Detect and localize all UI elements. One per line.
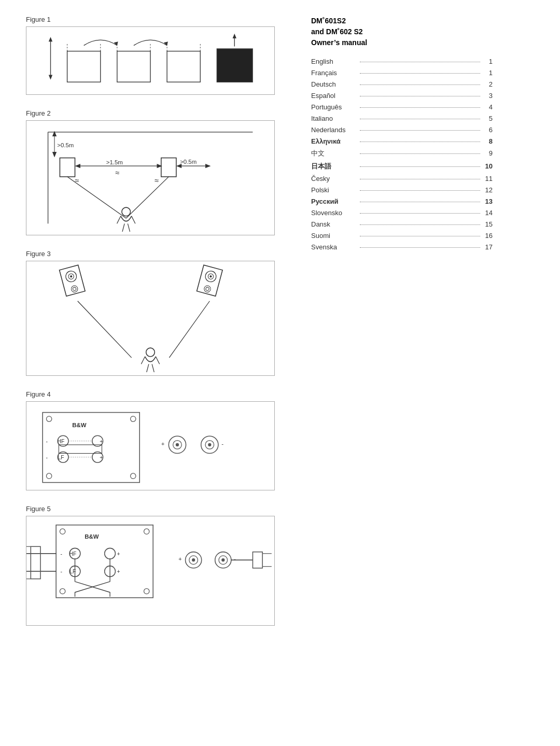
svg-point-46 xyxy=(70,275,73,278)
toc-lang: Français xyxy=(311,69,358,77)
toc-dots xyxy=(360,247,480,248)
toc-dots xyxy=(360,153,480,154)
figure2-svg: >0.5m >1.5m ≈ >0.5m xyxy=(26,121,274,235)
svg-line-55 xyxy=(78,301,132,358)
toc-lang: Suomi xyxy=(311,232,358,240)
svg-point-52 xyxy=(209,275,212,278)
svg-point-66 xyxy=(131,473,136,478)
toc-dots xyxy=(360,179,480,179)
toc-page: 8 xyxy=(482,137,493,145)
toc-title-line1: DM˚601S2 xyxy=(311,17,346,25)
figure1-content xyxy=(26,27,274,94)
toc-lang: Polski xyxy=(311,186,358,194)
toc-dots xyxy=(360,224,480,225)
figure3-box xyxy=(26,261,275,376)
toc-dots xyxy=(360,166,480,167)
toc-dots xyxy=(360,130,480,131)
figure3-label: Figure 3 xyxy=(26,250,275,258)
toc-dots xyxy=(360,142,480,142)
svg-point-87 xyxy=(208,443,211,446)
toc-item: Česky11 xyxy=(311,175,493,182)
svg-rect-89 xyxy=(56,525,153,598)
toc-lang: Русский xyxy=(311,198,358,205)
figure4-box: B&W - HF + - LF + xyxy=(26,401,275,490)
toc-item: Deutsch2 xyxy=(311,80,493,88)
svg-text:+: + xyxy=(178,556,182,562)
svg-point-54 xyxy=(205,287,209,291)
svg-point-116 xyxy=(221,558,225,561)
svg-text:>1.5m: >1.5m xyxy=(106,159,123,165)
toc-page: 4 xyxy=(482,103,493,111)
toc-dots xyxy=(360,202,480,202)
figure2-content: >0.5m >1.5m ≈ >0.5m xyxy=(26,121,274,235)
svg-line-56 xyxy=(169,301,209,358)
toc-title-line3: Owner’s manual xyxy=(311,38,367,47)
toc-page: 1 xyxy=(482,69,493,77)
svg-rect-107 xyxy=(31,546,40,579)
figure5-content: B&W - HF + - LF + xyxy=(26,516,274,625)
toc-page: 1 xyxy=(482,58,493,65)
svg-marker-14 xyxy=(233,34,236,38)
toc-item: Русский13 xyxy=(311,198,493,205)
svg-rect-29 xyxy=(161,158,176,177)
toc-lang: Slovensko xyxy=(311,209,358,217)
svg-point-113 xyxy=(192,558,195,561)
figure2-box: >0.5m >1.5m ≈ >0.5m xyxy=(26,120,275,235)
svg-text:-: - xyxy=(60,569,62,574)
svg-text:B&W: B&W xyxy=(85,533,99,540)
toc-page: 13 xyxy=(482,198,493,205)
svg-point-47 xyxy=(71,285,78,293)
toc-lang: Português xyxy=(311,103,358,111)
toc-item: Ελληνικά8 xyxy=(311,137,493,145)
figure5-svg: B&W - HF + - LF + xyxy=(26,516,274,625)
svg-marker-2 xyxy=(49,75,52,80)
toc-lang: English xyxy=(311,58,358,65)
toc-item: Italiano5 xyxy=(311,115,493,122)
toc-lang: Italiano xyxy=(311,115,358,122)
svg-rect-3 xyxy=(67,51,101,82)
toc-item: Svenska17 xyxy=(311,243,493,251)
svg-text:≈: ≈ xyxy=(115,168,119,177)
svg-point-63 xyxy=(46,416,51,421)
figure1-box xyxy=(26,26,275,95)
toc-page: 9 xyxy=(482,149,493,157)
right-column: DM˚601S2 and DM˚602 S2 Owner’s manual En… xyxy=(290,0,508,746)
svg-line-58 xyxy=(141,357,145,364)
svg-text:+: + xyxy=(117,551,120,557)
toc-page: 3 xyxy=(482,92,493,100)
toc-dots xyxy=(360,119,480,119)
svg-text:B&W: B&W xyxy=(72,422,86,428)
figure4-label: Figure 4 xyxy=(26,390,275,398)
toc-page: 16 xyxy=(482,232,493,240)
svg-point-98 xyxy=(105,548,116,559)
toc-dots xyxy=(360,236,480,236)
toc-lang: 日本語 xyxy=(311,162,358,171)
figure3-content xyxy=(26,261,274,375)
toc-lang: Svenska xyxy=(311,243,358,251)
svg-line-61 xyxy=(152,364,154,372)
svg-point-64 xyxy=(131,416,136,421)
svg-line-42 xyxy=(128,223,130,232)
svg-point-90 xyxy=(60,529,65,534)
svg-text:+: + xyxy=(100,455,103,460)
svg-text:-: - xyxy=(46,455,47,460)
svg-marker-32 xyxy=(205,164,211,168)
svg-point-93 xyxy=(144,588,149,594)
svg-line-40 xyxy=(132,216,135,224)
toc-item: Nederlands6 xyxy=(311,126,493,134)
svg-line-41 xyxy=(122,223,124,232)
svg-text:>0.5m: >0.5m xyxy=(57,142,74,148)
toc-item: 中文9 xyxy=(311,149,493,158)
svg-text:-: - xyxy=(60,551,62,557)
toc-page: 17 xyxy=(482,243,493,251)
toc-item: Polski12 xyxy=(311,186,493,194)
toc-dots xyxy=(360,73,480,74)
toc-title: DM˚601S2 and DM˚602 S2 Owner’s manual xyxy=(311,16,493,48)
toc-lang: Deutsch xyxy=(311,80,358,88)
toc-lang: Español xyxy=(311,92,358,100)
svg-point-92 xyxy=(60,588,65,594)
toc-item: Suomi16 xyxy=(311,232,493,240)
toc-lang: Dansk xyxy=(311,220,358,228)
svg-line-37 xyxy=(126,177,169,218)
svg-text:+: + xyxy=(100,439,103,444)
